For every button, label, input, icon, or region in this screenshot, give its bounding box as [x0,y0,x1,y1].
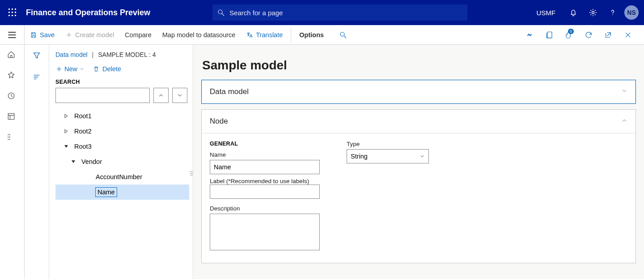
waffle-icon[interactable] [5,9,20,17]
svg-rect-0 [8,9,10,10]
data-model-section[interactable]: Data model [201,80,636,104]
tree-search-input[interactable] [55,88,150,103]
help-icon[interactable] [603,0,623,25]
popout-icon[interactable] [599,25,617,45]
chevron-down-icon [177,92,183,99]
description-field-label: Description [210,205,320,212]
delete-button[interactable]: Delete [93,65,121,73]
company-indicator[interactable]: USMF [537,9,556,17]
favorites-icon[interactable] [7,71,17,82]
tree-item-vendor[interactable]: Vendor [55,154,189,169]
caret-right-icon [64,129,68,133]
app-title: Finance and Operations Preview [26,8,150,17]
attachments-icon[interactable]: 0 [560,25,578,45]
node-section-title: Node [210,117,228,126]
app-header: Finance and Operations Preview Search fo… [0,0,644,25]
recent-icon[interactable] [7,91,17,102]
caret-down-icon [71,159,76,164]
connector-icon[interactable] [521,25,538,45]
node-section: Node GENERAL Name Label (*Recommended to… [201,109,636,263]
user-avatar[interactable]: NS [624,5,639,20]
map-model-button[interactable]: Map model to datasource [157,25,241,45]
settings-icon[interactable] [583,0,603,25]
translate-button[interactable]: Translate [241,25,288,45]
close-icon[interactable] [619,25,637,45]
attachments-badge: 0 [568,29,574,34]
document-icon[interactable] [540,25,558,45]
refresh-icon[interactable] [580,25,597,45]
chevron-up-icon [158,92,164,99]
search-prev-button[interactable] [153,88,169,103]
create-model-button[interactable]: Create model [60,25,119,45]
chevron-down-icon [621,87,627,96]
svg-rect-2 [15,9,16,10]
save-button[interactable]: Save [25,25,60,45]
nav-toggle-button[interactable] [0,25,25,45]
svg-rect-6 [8,15,10,16]
modules-icon[interactable] [7,133,17,143]
compare-button[interactable]: Compare [119,25,157,45]
search-icon [339,31,347,39]
page-title: Sample model [202,58,636,73]
home-icon[interactable] [7,50,17,61]
svg-point-18 [8,137,8,137]
type-field[interactable]: String [347,149,429,163]
workspaces-icon[interactable] [7,112,17,123]
sort-icon[interactable] [32,73,41,83]
svg-rect-8 [15,15,16,16]
node-section-header[interactable]: Node [202,110,636,133]
description-field[interactable] [210,214,320,250]
new-button[interactable]: New [55,65,85,73]
svg-rect-3 [8,12,10,13]
label-field[interactable] [210,185,320,199]
global-search[interactable]: Search for a page [212,4,467,21]
svg-rect-4 [12,12,13,13]
search-next-button[interactable] [172,88,187,103]
tree-item-root1[interactable]: Root1 [55,108,189,124]
svg-point-11 [592,12,594,14]
notifications-icon[interactable] [564,0,583,25]
caret-right-icon [64,114,68,118]
svg-line-10 [222,13,224,16]
svg-point-17 [8,134,8,135]
type-field-value: String [351,153,368,160]
resize-handle[interactable] [190,171,193,182]
options-button[interactable]: Options [294,25,329,45]
filter-rail [25,45,49,279]
svg-rect-16 [8,113,14,119]
plus-icon [55,65,63,73]
filter-icon[interactable] [32,51,41,62]
label-field-label: Label (*Recommended to use labels) [210,178,320,185]
tree-item-root3[interactable]: Root3 [55,139,189,154]
tree-item-root2[interactable]: Root2 [55,124,189,139]
search-icon [217,9,225,17]
navigation-rail [0,45,25,279]
svg-rect-7 [12,15,13,16]
name-field-label: Name [210,151,320,158]
data-model-section-title: Data model [210,87,249,96]
data-model-tree: Root1 Root2 Root3 Vendor AccountNumber [49,108,193,204]
search-label: SEARCH [49,77,193,88]
tree-item-accountnumber[interactable]: AccountNumber [55,169,189,185]
tree-item-name[interactable]: Name [55,185,189,200]
svg-point-12 [612,14,613,15]
tree-pane: Data model | SAMPLE MODEL : 4 New Delete… [49,45,193,279]
name-field[interactable] [210,160,320,174]
translate-icon [246,31,253,39]
svg-rect-5 [15,12,16,13]
plus-icon [65,31,72,39]
breadcrumb-current: SAMPLE MODEL : 4 [98,51,156,58]
breadcrumb: Data model | SAMPLE MODEL : 4 [49,45,193,61]
page-body: Data model | SAMPLE MODEL : 4 New Delete… [0,45,644,279]
global-search-placeholder: Search for a page [229,9,283,17]
caret-down-icon [64,144,68,149]
general-label: GENERAL [210,141,320,147]
type-field-label: Type [347,141,429,147]
chevron-down-icon [419,154,425,159]
save-icon [30,31,37,39]
breadcrumb-link[interactable]: Data model [55,51,88,58]
svg-point-13 [340,32,344,36]
chevron-up-icon [621,117,627,126]
main-pane: Sample model Data model Node GENERAL Nam… [193,45,644,279]
toolbar-search-button[interactable] [329,25,352,45]
